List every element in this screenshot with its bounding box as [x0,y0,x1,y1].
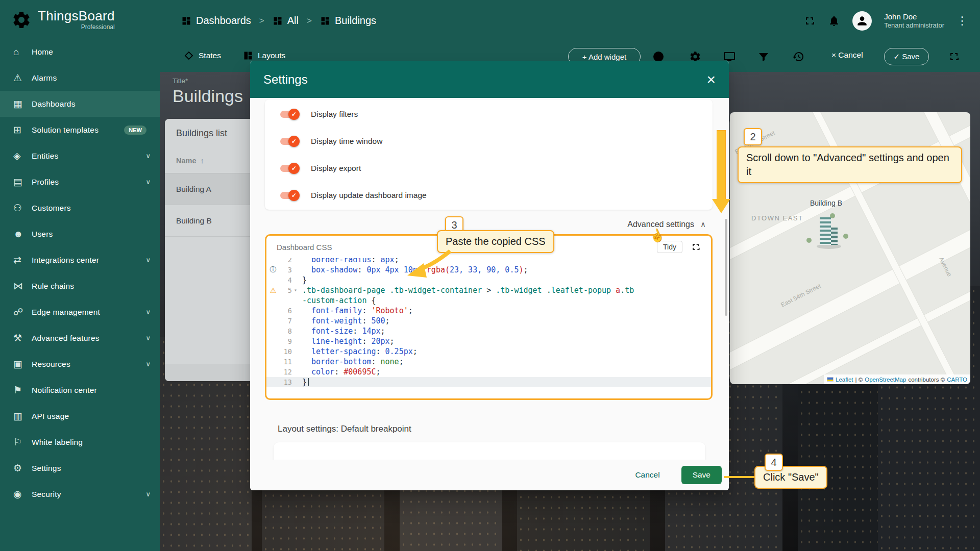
code-line[interactable]: 7 font-weight: 500; [266,316,711,326]
filter-icon[interactable] [757,51,770,63]
sidebar-item-resources[interactable]: ▣ Resources ∨ [0,351,160,377]
breadcrumb-all[interactable]: All [273,15,299,27]
code-line[interactable]: -custom-action { [266,295,711,306]
breadcrumb-buildings[interactable]: Buildings [320,15,376,27]
sidebar-item-home[interactable]: ⌂ Home [0,39,160,65]
display-export-toggle[interactable] [279,163,300,174]
sidebar-item-profiles[interactable]: ▤ Profiles ∨ [0,169,160,195]
fold-icon[interactable]: ▾ [292,285,299,295]
fold-icon [292,316,299,326]
step4-badge: 4 [765,454,783,471]
sidebar-item-integrations-center[interactable]: ⇄ Integrations center ∨ [0,247,160,273]
code-line[interactable]: 8 font-size: 14px; [266,326,711,336]
sidebar-item-dashboards[interactable]: ▦ Dashboards [0,91,160,117]
dashboard-title-input[interactable]: Buildings [173,86,243,106]
sidebar-item-entities[interactable]: ◈ Entities ∨ [0,143,160,169]
display-time-window-toggle[interactable] [279,136,300,147]
editor-fullscreen-icon[interactable] [691,242,701,252]
code-line[interactable]: 6 font-family: 'Roboto'; [266,306,711,316]
carto-link[interactable]: CARTO [947,377,967,383]
close-icon[interactable]: × [706,73,716,86]
toggle-knob [288,190,300,201]
code-line[interactable]: 4} [266,275,711,285]
warning-icon: ⚠ [266,285,280,295]
sidebar-item-advanced-features[interactable]: ⚒ Advanced features ∨ [0,325,160,351]
scrollbar-thumb[interactable] [725,219,727,316]
cancel-button[interactable]: Cancel [629,466,666,484]
ukraine-flag-icon [827,377,834,382]
editor-label: Dashboard CSS [277,243,332,252]
fold-icon [292,258,299,265]
sidebar-item-edge-management[interactable]: ☍ Edge management ∨ [0,299,160,325]
expand-icon[interactable] [948,51,960,63]
brand-name: ThingsBoard [38,9,115,22]
code-line[interactable]: 11 border-bottom: none; [266,357,711,367]
tree-icon [806,238,812,243]
toolbar-cancel-button[interactable]: × Cancel [831,51,863,60]
openstreetmap-link[interactable]: OpenStreetMap [865,377,906,383]
chevron-down-icon: ∨ [145,490,151,498]
solution-templates-icon: ⊞ [13,124,32,136]
code-line[interactable]: ⓘ3 box-shadow: 0px 4px 10px rgba(23, 33,… [266,265,711,275]
sidebar-item-label: Advanced features [32,334,145,343]
sidebar-item-white-labeling[interactable]: ⚐ White labeling [0,429,160,455]
sidebar-item-users[interactable]: ☻ Users [0,221,160,247]
settings-dialog: Settings × Display filters Display time … [250,61,729,490]
fold-icon [292,377,299,387]
api-usage-icon: ▥ [13,410,32,422]
avatar[interactable] [852,11,872,31]
toggle-label: Display update dashboard image [311,191,427,200]
breadcrumb-dashboards[interactable]: Dashboards [181,15,251,27]
leaflet-link[interactable]: Leaflet [836,377,853,383]
notifications-bell-icon[interactable] [828,15,840,27]
sidebar-item-solution-templates[interactable]: ⊞ Solution templates NEW [0,117,160,143]
new-badge: NEW [124,126,146,135]
sidebar-item-settings[interactable]: ⚙ Settings [0,455,160,481]
states-icon [184,51,194,61]
kebab-menu-icon[interactable]: ⋮ [957,14,968,28]
toggle-row: Display export [265,155,713,182]
tidy-button[interactable]: Tidy [657,241,682,253]
building-name: Building A [176,185,211,194]
fold-icon [292,367,299,377]
layouts-icon [243,51,253,61]
layouts-button[interactable]: Layouts [243,51,285,61]
code-line[interactable]: 13} [266,377,711,387]
advanced-settings-expander[interactable]: Advanced settings ∧ [627,215,706,234]
sort-asc-icon: ↑ [201,157,204,165]
fold-icon [292,336,299,346]
dashboard-css-editor: Dashboard CSS Tidy 2 border-radius: 8px;… [265,234,713,400]
column-header-name[interactable]: Name ↑ [176,157,204,165]
layout-settings-heading: Layout settings: Default breakpoint [278,424,411,434]
sidebar-item-security[interactable]: ◉ Security ∨ [0,481,160,507]
sidebar-item-api-usage[interactable]: ▥ API usage [0,403,160,429]
sidebar-item-alarms[interactable]: ⚠ Alarms [0,65,160,91]
code-area[interactable]: 2 border-radius: 8px;ⓘ3 box-shadow: 0px … [266,258,711,398]
sidebar-item-label: Solution templates [32,126,124,135]
sidebar-item-customers[interactable]: ⚇ Customers [0,195,160,221]
code-line[interactable]: 12 color: #00695C; [266,367,711,377]
fullscreen-icon[interactable] [803,15,816,27]
code-line[interactable]: ⚠5▾.tb-dashboard-page .tb-widget-contain… [266,285,711,295]
sidebar-item-notification-center[interactable]: ⚑ Notification center [0,377,160,403]
version-history-icon[interactable] [792,51,804,63]
display-update-dashboard-image-toggle[interactable] [279,190,300,201]
building-marker-label: Building B [810,199,842,207]
states-button[interactable]: States [184,51,221,61]
integrations-icon: ⇄ [13,254,32,266]
code-line[interactable]: 9 line-height: 20px; [266,336,711,346]
chevron-down-icon: ∨ [145,360,151,368]
customers-icon: ⚇ [13,202,32,214]
street-label: East 54th Street [780,282,822,309]
code-line[interactable]: 2 border-radius: 8px; [266,258,711,265]
sidebar-item-rule-chains[interactable]: ⋈ Rule chains [0,273,160,299]
code-line[interactable]: 10 letter-spacing: 0.25px; [266,346,711,357]
logo[interactable]: ThingsBoard Professional [0,0,160,36]
save-button[interactable]: Save [681,466,722,484]
dashboards-icon: ▦ [13,98,32,110]
display-filters-toggle[interactable] [279,109,300,120]
code-text: } [299,377,309,387]
step2-badge: 2 [744,128,762,145]
building-marker[interactable] [818,217,841,251]
toolbar-save-button[interactable]: ✓ Save [884,48,929,65]
